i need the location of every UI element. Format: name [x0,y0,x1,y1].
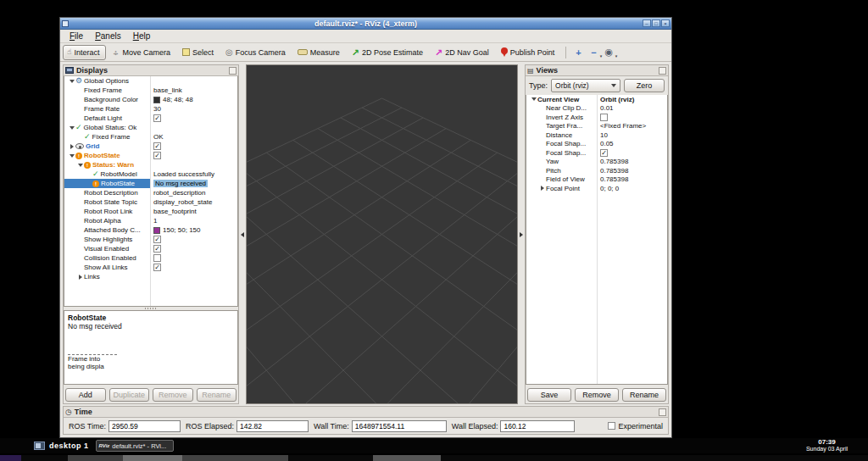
display-row-global-status-ok[interactable]: ✓Global Status: Ok [64,123,237,132]
display-row-grid[interactable]: Grid✓ [64,142,237,151]
window-titlebar[interactable]: default.rviz* - RViz (4_xterm) ‒ □ × [60,18,671,30]
checkbox[interactable]: ✓ [153,264,161,271]
property-value[interactable] [150,76,237,86]
close-icon[interactable]: × [661,19,670,27]
display-row-robotstate[interactable]: !RobotStateNo msg received [64,179,237,188]
tool-select[interactable]: Select [178,45,220,60]
property-value[interactable] [150,123,237,132]
property-value[interactable]: ✓ [597,148,667,158]
zero-button[interactable]: Zero [624,79,665,92]
tool-2d-nav-goal[interactable]: ↗2D Nav Goal [431,45,495,60]
tool-measure[interactable]: Measure [293,45,346,60]
property-value[interactable]: 150; 50; 150 [150,225,237,235]
displays-detach-button[interactable] [229,67,236,75]
view-row-focal-shap-[interactable]: Focal Shap...✓ [526,148,667,158]
display-row-global-options[interactable]: ⚙Global Options [64,76,237,86]
property-value[interactable]: ✓ [150,263,237,272]
display-row-robot-alpha[interactable]: Robot Alpha1 [64,216,237,225]
expander[interactable] [68,152,75,159]
property-value[interactable]: base_link [150,86,237,95]
display-row-links[interactable]: Links [64,272,237,281]
tool-interact[interactable]: ☝Interact [63,45,106,60]
rename-button[interactable]: Rename [197,388,237,402]
checkbox[interactable]: ✓ [153,142,161,150]
property-value[interactable]: base_footprint [150,207,237,216]
save-button[interactable]: Save [527,388,571,402]
view-row-target-fra-[interactable]: Target Fra...<Fixed Frame> [526,122,667,131]
time-field-input[interactable]: 160.12 [500,420,575,432]
display-row-robot-state-topic[interactable]: Robot State Topicdisplay_robot_state [64,197,237,207]
remove-tool-icon[interactable]: −▾ [587,47,600,58]
time-field-input[interactable]: 2950.59 [108,420,181,432]
property-value[interactable]: 0.785398 [597,158,667,167]
checkbox[interactable]: ✓ [153,236,161,243]
menu-panels[interactable]: Panels [91,31,125,42]
property-value[interactable]: Orbit (rviz) [597,95,667,104]
property-value[interactable] [150,272,237,281]
property-value[interactable] [150,253,237,263]
maximize-icon[interactable]: □ [652,19,660,27]
display-row-visual-enabled[interactable]: Visual Enabled✓ [64,244,237,253]
displays-help-splitter[interactable] [64,307,238,310]
property-value[interactable]: robot_description [150,188,237,197]
view-type-dropdown[interactable]: Orbit (rviz) [551,79,620,92]
property-value[interactable]: 0.785398 [597,175,667,185]
expander[interactable] [538,185,546,192]
checkbox[interactable]: ✓ [600,149,608,157]
time-field-input[interactable]: 1648971554.11 [352,420,447,432]
checkbox[interactable]: ✓ [153,152,161,159]
property-value[interactable]: 48; 48; 48 [150,95,237,104]
menu-help[interactable]: Help [129,31,155,42]
checkbox[interactable] [600,114,608,121]
expander[interactable] [76,273,84,280]
view-row-pitch[interactable]: Pitch0.785398 [526,166,667,175]
checkbox[interactable]: ✓ [153,114,161,122]
property-value[interactable]: ✓ [150,151,237,160]
remove-button[interactable]: Remove [153,388,193,402]
menu-file[interactable]: File [65,31,87,42]
display-row-status-warn[interactable]: !Status: Warn [64,160,237,169]
color-swatch[interactable] [153,227,160,234]
time-panel-header[interactable]: ◷ Time [64,407,668,418]
tool-publish-point[interactable]: Publish Point [497,45,561,60]
property-value[interactable] [150,160,237,169]
display-row-robot-root-link[interactable]: Robot Root Linkbase_footprint [64,207,237,216]
property-value[interactable]: ✓ [150,244,237,253]
property-value[interactable]: No msg received [150,179,237,188]
views-detach-button[interactable] [659,67,666,75]
property-value[interactable]: ✓ [150,114,237,123]
remove-button[interactable]: Remove [575,388,619,402]
display-row-robotstate[interactable]: !RobotState✓ [64,151,237,160]
view-row-invert-z-axis[interactable]: Invert Z Axis [526,113,667,122]
expander[interactable] [530,96,537,103]
tool-focus-camera[interactable]: ◎Focus Camera [221,45,292,60]
property-value[interactable]: 1 [150,216,237,225]
property-value[interactable]: ✓ [150,142,237,151]
property-value[interactable] [597,113,667,122]
display-row-fixed-frame[interactable]: Fixed Framebase_link [64,86,237,95]
taskbar-clock[interactable]: 07:39 Sunday 03 April [806,438,848,453]
property-value[interactable]: <Fixed Frame> [597,122,667,131]
view-row-distance[interactable]: Distance10 [526,131,667,140]
display-row-background-color[interactable]: Background Color48; 48; 48 [64,95,237,104]
duplicate-button[interactable]: Duplicate [109,388,150,402]
display-row-collision-enabled[interactable]: Collision Enabled [64,253,237,263]
property-value[interactable]: Loaded successfully [150,169,237,179]
minimize-icon[interactable]: ‒ [643,19,651,27]
display-row-robotmodel[interactable]: ✓RobotModelLoaded successfully [64,169,237,179]
property-value[interactable]: 0.785398 [597,166,667,175]
property-value[interactable]: 0.05 [597,140,667,149]
property-value[interactable]: 0; 0; 0 [597,184,667,193]
experimental-checkbox[interactable] [608,422,615,430]
view-row-focal-shap-[interactable]: Focal Shap...0.05 [526,140,667,149]
displays-panel-header[interactable]: Displays [64,65,238,76]
expander[interactable] [68,124,75,131]
view-row-focal-point[interactable]: Focal Point0; 0; 0 [526,184,667,193]
taskbar-window-button[interactable]: RViz default.rviz* - RVi... [96,440,174,452]
property-value[interactable]: ✓ [150,235,237,244]
left-splitter[interactable] [239,64,246,404]
view-row-current-view[interactable]: Current ViewOrbit (rviz) [526,95,667,104]
display-row-fixed-frame[interactable]: ✓Fixed FrameOK [64,132,237,142]
display-row-default-light[interactable]: Default Light✓ [64,114,237,123]
property-value[interactable]: OK [150,132,237,142]
